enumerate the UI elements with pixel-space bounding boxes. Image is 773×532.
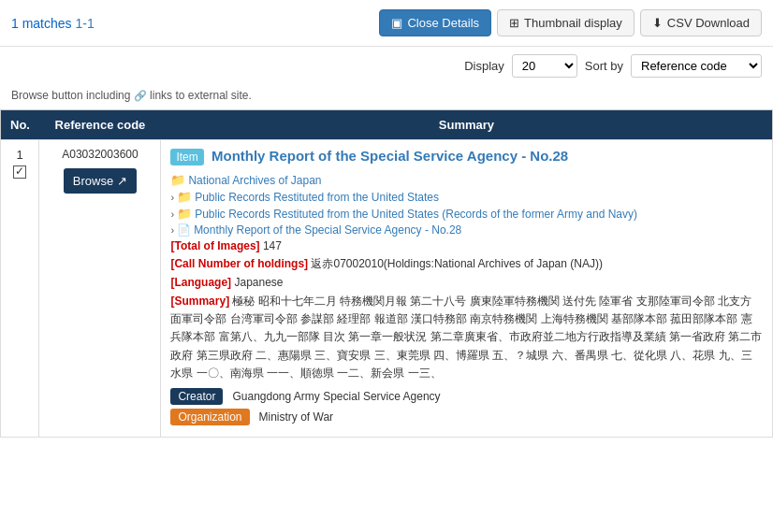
browse-note: Browse button including 🔗 links to exter… [0,85,773,109]
item-badge: Item [170,149,203,165]
organization-row: Organization Ministry of War [170,409,763,425]
browse-note-link-text: links to external site. [150,89,252,102]
close-details-label: Close Details [407,16,479,30]
chevron-icon-4: › [170,224,174,236]
summary-label: [Summary] [170,295,229,308]
sort-by-label: Sort by [585,59,623,73]
folder-icon-1: 📁 [170,173,185,187]
close-details-button[interactable]: ▣ Close Details [379,9,491,36]
creator-row: Creator Guangdong Army Special Service A… [170,388,763,405]
summary-value: 極秘 昭和十七年二月 特務機関月報 第二十八号 廣東陸軍特務機関 送付先 陸軍省… [170,295,762,380]
download-icon: ⬇ [652,16,663,30]
col-refcode-header: Reference code [39,110,161,140]
breadcrumb-3: › 📁 Public Records Restituted from the U… [170,207,763,221]
result-table: No. Reference code Summary 1 A0303200360… [0,109,773,438]
matches-range: 1-1 [75,16,94,31]
breadcrumb-link-4[interactable]: Monthly Report of the Special Service Ag… [194,223,461,237]
browse-button-label: Browse [73,174,113,188]
browse-note-text: Browse button including [11,89,130,102]
ref-code-value: A03032003600 [49,148,151,161]
ref-code-cell: A03032003600 Browse ↗ [39,140,161,438]
folder-icon-2: 📁 [177,190,192,204]
language-line: [Language] Japanese [170,276,763,289]
folder-icon-3: 📁 [177,207,192,221]
display-select[interactable]: 10 20 50 100 [512,54,577,78]
summary-line: [Summary] 極秘 昭和十七年二月 特務機関月報 第二十八号 廣東陸軍特務… [170,293,763,382]
creator-badge: Creator [170,388,223,405]
total-images-value: 147 [263,239,282,252]
external-link-icon: 🔗 [134,90,147,101]
breadcrumb-link-3[interactable]: Public Records Restituted from the Unite… [195,208,637,221]
row-checkbox[interactable] [13,165,26,179]
browse-button[interactable]: Browse ↗ [64,168,137,194]
breadcrumb-1: 📁 National Archives of Japan [170,173,763,187]
col-summary-header: Summary [161,110,773,140]
matches-prefix: 1 matches [11,16,75,31]
organization-badge: Organization [170,409,249,425]
item-title-row: Item Monthly Report of the Special Servi… [170,148,763,165]
table-row: 1 A03032003600 Browse ↗ Item Monthly Rep… [1,140,773,438]
chevron-icon-2: › [170,192,174,203]
language-label: [Language] [170,276,231,289]
breadcrumb-4: › 📄 Monthly Report of the Special Servic… [170,223,763,237]
total-images-label: [Total of Images] [170,239,259,252]
col-no-header: No. [1,110,39,140]
doc-icon-4: 📄 [177,223,191,237]
language-value: Japanese [234,276,283,289]
controls-row: Display 10 20 50 100 Sort by Reference c… [0,47,773,85]
item-title-text: Monthly Report of the Special Service Ag… [211,148,568,164]
breadcrumb-link-2[interactable]: Public Records Restituted from the Unite… [195,191,439,204]
creator-value: Guangdong Army Special Service Agency [232,390,440,403]
thumbnail-display-label: Thumbnail display [524,16,622,30]
matches-text: 1 matches 1-1 [11,16,95,31]
csv-download-button[interactable]: ⬇ CSV Download [640,9,762,36]
total-images-line: [Total of Images] 147 [170,239,763,252]
organization-value: Ministry of War [259,410,334,424]
chevron-icon-3: › [170,208,174,220]
summary-cell: Item Monthly Report of the Special Servi… [161,140,773,438]
row-number-cell: 1 [1,140,39,438]
header-row: 1 matches 1-1 ▣ Close Details ⊞ Thumbnai… [0,0,773,47]
thumbnail-display-button[interactable]: ⊞ Thumbnail display [497,9,634,36]
thumbnail-icon: ⊞ [509,16,519,30]
external-link-icon: ↗ [117,174,127,188]
display-label: Display [464,59,504,73]
call-number-line: [Call Number of holdings] 返赤07002010(Hol… [170,256,763,272]
breadcrumb-link-1[interactable]: National Archives of Japan [188,174,321,187]
table-header-row: No. Reference code Summary [1,110,773,140]
header-buttons: ▣ Close Details ⊞ Thumbnail display ⬇ CS… [379,9,762,36]
close-details-icon: ▣ [391,16,402,30]
sort-by-select[interactable]: Reference code Title Date [631,54,762,78]
call-number-label: [Call Number of holdings] [170,257,308,270]
call-number-value: 返赤07002010(Holdings:National Archives of… [311,257,603,270]
csv-download-label: CSV Download [667,16,750,30]
row-number: 1 [10,148,29,162]
breadcrumb-2: › 📁 Public Records Restituted from the U… [170,190,763,204]
